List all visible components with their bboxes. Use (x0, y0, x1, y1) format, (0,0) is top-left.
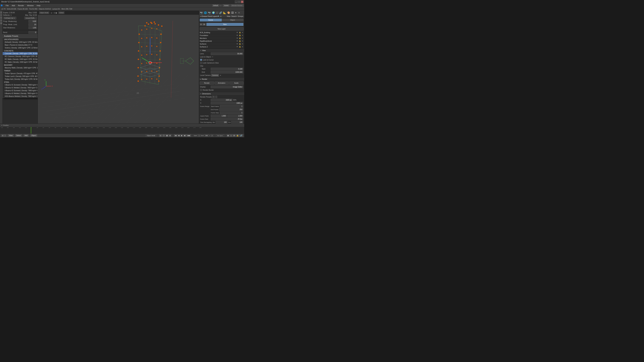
menu-file[interactable]: File (4, 4, 10, 7)
shading-icon-3[interactable]: ▦ (166, 134, 168, 137)
lock-cursor-row[interactable]: Lock to Cursor (199, 58, 244, 61)
preset-ibeam2-welded[interactable]: I-Beams #2 Welded | Density: 7800 kg/m³ … (3, 92, 38, 95)
menu-window[interactable]: Window (26, 4, 35, 7)
keyframe-icon-4[interactable]: 🔒 (236, 134, 239, 137)
scene-selector[interactable]: Scene (223, 4, 230, 7)
add-status-btn[interactable]: Add (24, 134, 29, 137)
close-button[interactable]: ✕ (241, 0, 244, 3)
tool-move[interactable]: ↔ (0, 14, 2, 16)
timeline-type-icon[interactable]: ≡ (1, 124, 2, 126)
end-frame-status-value[interactable]: 250 (204, 134, 209, 137)
groundrefle-btn[interactable]: Ground Refle... (24, 17, 37, 19)
layer-bcb-building-vis[interactable]: 👁 (236, 31, 238, 33)
audio-button[interactable]: Audio (229, 81, 244, 85)
viewport-global-dropdown[interactable]: Global (58, 11, 64, 14)
lock-cursor-checkbox[interactable] (200, 59, 202, 61)
preset-rc-columns[interactable]: RC Columns | Density: 2400 kg/m³ CPR: 35… (3, 55, 38, 58)
camera-x-icon[interactable]: ✕ (220, 75, 221, 76)
tool-transform[interactable]: ⊞ (0, 22, 2, 24)
no-sync-dropdown[interactable]: No Sync (216, 134, 224, 137)
scene-tab[interactable]: Scene (200, 18, 222, 21)
preset-hss-beams[interactable]: HSS-Beams Welded | Density: 7800 kg/m³ C… (3, 95, 38, 98)
camera-selector[interactable]: Camera (211, 74, 219, 77)
icon-tab-object[interactable]: ⬡ (216, 11, 218, 14)
keyframe-icon-1[interactable]: ◆ (227, 134, 230, 137)
new-layer-button[interactable]: New Layer (200, 27, 244, 30)
viewport-icon-3[interactable]: ⊡ (54, 12, 55, 14)
lock-object-icon[interactable]: ✏ (212, 56, 213, 58)
layer-foundation-x[interactable]: ✕ (242, 34, 244, 36)
frame-step-value[interactable]: 1 (220, 111, 243, 114)
layer-members[interactable]: Members 👁 🔓 ✕ (199, 37, 244, 40)
animation-button[interactable]: Animation (214, 81, 229, 85)
preset-base[interactable]: Base | Passive & Indestructible CT: 0 (3, 43, 38, 46)
groups-tab[interactable]: Groups (238, 15, 243, 17)
progr-weak-value[interactable]: 0.00 (28, 20, 37, 23)
icon-tab-world[interactable]: 🌍 (212, 11, 215, 14)
viewport-icon-2[interactable]: ○ (52, 12, 54, 14)
menu-add[interactable]: Add (10, 4, 16, 7)
preset-default[interactable]: [Default] | Density: 2400 kg/m³ CPR: 35 … (3, 41, 38, 43)
layer-surfaces2-x[interactable]: ✕ (242, 46, 244, 48)
icon-tab-scene[interactable]: 🌐 (204, 11, 207, 14)
layer-foundation-vis[interactable]: 👁 (236, 34, 238, 36)
menu-help[interactable]: Help (36, 4, 42, 7)
search-tab[interactable]: Search (232, 15, 237, 17)
grease-pencil-header[interactable]: ▼ Grease Pencil Layers 🔍 ⊞ View Search G… (199, 15, 244, 18)
menu-render[interactable]: Render (16, 4, 25, 7)
keyframe-icon-2[interactable]: ◇ (230, 134, 232, 137)
render-border-row[interactable]: Render Border (199, 88, 244, 91)
start-weakness-value[interactable]: 1.00 (28, 26, 37, 29)
play-btn[interactable]: ▶ (180, 134, 183, 137)
view-section-header[interactable]: ▼ View (199, 49, 244, 52)
tool-rotate[interactable]: ↻ (0, 17, 2, 19)
layer-surfaces-x[interactable]: ✕ (242, 43, 244, 45)
aspect-y-value[interactable]: 1.000 (228, 115, 243, 117)
preset-timber-spruce[interactable]: Timber Spruce | Density: 470 kg/m³ CPR: … (3, 72, 38, 75)
pullback-row[interactable]: Pull Back Del: 2 Ground Refle... (3, 16, 37, 20)
preset-rc-walls[interactable]: RC Walls | Density: 2400 kg/m³ CPR: 35 N… (3, 58, 38, 61)
layer-rbw-vis[interactable]: 👁 (236, 40, 238, 42)
tool-cursor[interactable]: ✛ (0, 11, 2, 13)
preset-masonry-walls[interactable]: Masonry Walls | Density: 1800 kg/m³ CPR:… (3, 66, 38, 69)
window-controls[interactable]: _ □ ✕ (235, 0, 244, 4)
layer-surfaces2[interactable]: Surfaces 2 👁 🔓 ✕ (199, 45, 244, 48)
preset-victims[interactable]: Victims | Density: 1060 kg/m³ CPR: 13 N/… (3, 46, 38, 49)
render-presets-remove[interactable]: - (215, 96, 217, 98)
icon-tab-constraint[interactable]: 🔗 (219, 11, 222, 14)
keyframe-icon-3[interactable]: ⊞ (233, 134, 236, 137)
new-button[interactable]: New (206, 23, 244, 26)
icon-tab-camera[interactable]: 📷 (200, 11, 203, 14)
display-value[interactable]: Image Editor (211, 86, 243, 88)
preset-timber-ash[interactable]: Timber Ash | Density: 690 kg/m³ CPR: 50 … (3, 78, 38, 81)
layer-bcb-building-x[interactable]: ✕ (242, 31, 244, 33)
keyframe-icon-5[interactable]: 🔗 (240, 134, 243, 137)
jump-end-btn[interactable]: ▶▶ (187, 134, 191, 137)
view-tab[interactable]: View (227, 15, 230, 17)
search-icon[interactable]: 🔍 (218, 15, 220, 17)
timeline-ruler[interactable]: -50 -40 -30 -20 -10 0 10 20 30 40 50 60 … (0, 127, 244, 134)
preset-ibeam1-welded[interactable]: I-Beams #1 Welded | Density: 7800 kg/m³ … (3, 86, 38, 89)
preset-ibeam2-screwed[interactable]: I-Beams #2 Screwed | Density: 7800 kg/m³… (3, 89, 38, 92)
layer-members-vis[interactable]: 👁 (236, 37, 238, 39)
viewport-bg[interactable]: X Y Z (2) (38, 11, 199, 134)
shading-icon-1[interactable]: ◎ (159, 134, 162, 137)
icon-tab-physics[interactable]: ⚛ (238, 11, 241, 14)
layer-bcb-building-lock[interactable]: 🔓 (239, 31, 241, 33)
select-status-btn[interactable]: Select (15, 134, 22, 137)
layer-members-x[interactable]: ✕ (242, 37, 244, 39)
layer-members-lock[interactable]: 🔓 (239, 37, 241, 39)
icon-tab-render[interactable]: 📷 (208, 11, 211, 14)
layer-surfaces2-vis[interactable]: 👁 (236, 46, 238, 48)
dimensions-header[interactable]: ▼ Dimensions (199, 92, 244, 95)
shading-icon-2[interactable]: ⬡ (162, 134, 165, 137)
tool-scale[interactable]: ⤡ (0, 19, 2, 22)
start-frame-value[interactable]: 1 (220, 105, 243, 108)
preset-ibeam1-screwed[interactable]: I-Beams #1 Screwed | Density: 7800 kg/m³… (3, 83, 38, 86)
icon-tab-texture[interactable]: 🖼 (231, 11, 234, 14)
shading-icon-4[interactable]: ◈ (169, 134, 172, 137)
maximize-button[interactable]: □ (238, 0, 240, 3)
lock-camera-row[interactable]: Lock Camera to View (199, 61, 244, 64)
pencil-icon[interactable]: ✏ (200, 23, 202, 26)
clip-start-value[interactable]: 0.100 (211, 68, 243, 70)
